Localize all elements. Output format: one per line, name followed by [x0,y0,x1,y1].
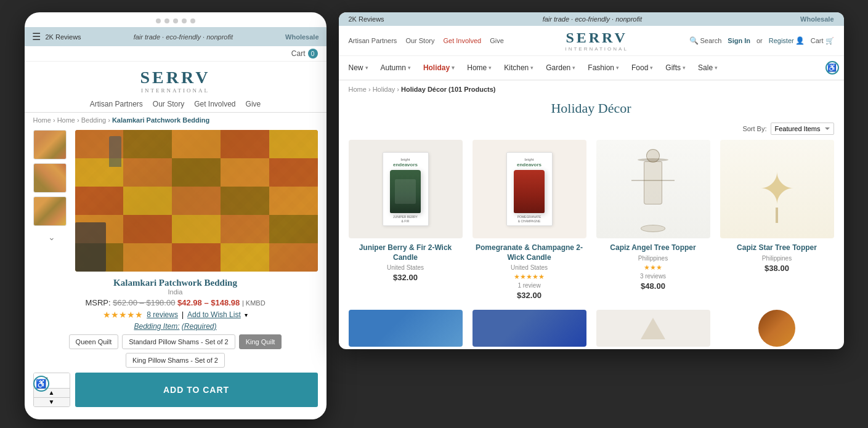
breadcrumb-home2[interactable]: Home [57,116,75,124]
product-stars-angel: ★★★ [596,264,710,272]
mobile-nav-artisan[interactable]: Artisan Partners [90,100,143,108]
product-title: Kalamkari Patchwork Bedding [33,278,318,288]
bottom-product-4[interactable] [758,310,795,347]
product-name-pomegranate: Pomegranate & Champagne 2-Wick Candle [473,243,586,262]
desktop-breadcrumb-home[interactable]: Home [349,86,367,93]
mobile-top-bar: ☰ 2K Reviews fair trade · eco-friendly ·… [25,27,327,46]
wishlist-link[interactable]: Add to Wish List [187,310,241,319]
desktop-accessibility-area: ♿ [821,61,834,75]
product-card-star[interactable]: ✦ Capiz Star Tree Topper Philippines $38… [720,140,834,300]
nav-kitchen[interactable]: Kitchen ▾ [504,61,533,75]
price-new: $42.98 – $148.98 [177,298,240,307]
thumbnail-2[interactable] [33,163,67,193]
msrp-label: MSRP: [85,298,110,307]
desktop-nav-give[interactable]: Give [490,37,504,44]
nav-sale[interactable]: Sale ▾ [698,61,718,75]
cart-link-desktop[interactable]: Cart 🛒 [811,37,834,45]
nav-holiday[interactable]: Holiday ▾ [423,61,455,75]
product-card-angel[interactable]: Capiz Angel Tree Topper Philippines ★★★ … [596,140,710,300]
desktop-actions: 🔍 Search Sign In or Register 👤 Cart 🛒 [689,36,834,45]
variant-buttons: Queen Quilt Standard Pillow Shams - Set … [25,334,327,368]
breadcrumb-bedding[interactable]: Bedding [81,116,106,124]
desktop-nav-story[interactable]: Our Story [405,37,434,44]
bottom-product-2[interactable] [473,310,586,347]
nav-fashion[interactable]: Fashion ▾ [588,61,619,75]
wishlist-arrow-icon: ▾ [245,312,248,318]
reviews-link[interactable]: 8 reviews [147,310,178,319]
bottom-product-4-wrapper [720,310,834,347]
bottom-product-3-shape [641,318,665,339]
mobile-nav-give[interactable]: Give [246,100,261,108]
mobile-logo: SERRV INTERNATIONAL [25,62,327,96]
mobile-nav-story[interactable]: Our Story [153,100,184,108]
sign-in-link[interactable]: Sign In [728,37,750,44]
product-card-pomegranate[interactable]: brightendeavors POMEGRANATE& CHAMPAGNE P… [473,140,586,300]
mobile-tagline: fair trade · eco-friendly · nonprofit [86,33,281,41]
add-to-cart-button[interactable]: ADD TO CART [75,373,318,407]
cart-link[interactable]: Cart 0 [291,49,318,59]
product-origin-star: Philippines [720,255,834,262]
nav-food[interactable]: Food ▾ [631,61,653,75]
product-origin-pomegranate: United States [473,264,586,271]
register-link[interactable]: Register 👤 [769,36,805,45]
thumbnail-3[interactable] [33,196,67,226]
mobile-cart-bar: Cart 0 [25,46,327,62]
desktop-nav-bar: Artisan Partners Our Story Get Involved … [339,26,844,56]
qty-down-button[interactable]: ▼ [34,398,70,406]
thumbnails-scroll-down[interactable]: ⌄ [33,232,70,242]
desktop-brand-sub: INTERNATIONAL [514,46,680,52]
product-price-pomegranate: $32.00 [473,291,586,300]
desktop-reviews-text: 2K Reviews [349,15,384,23]
product-name-star: Capiz Star Tree Topper [720,243,834,253]
nav-garden[interactable]: Garden ▾ [546,61,575,75]
menu-icon[interactable]: ☰ [32,31,41,42]
product-img-star: ✦ [720,140,834,238]
mobile-wholesale-link[interactable]: Wholesale [285,33,318,41]
mobile-reviews-text: 2K Reviews [46,33,81,41]
desktop-toolbar: Sort By: Featured Items Price Low-High P… [339,123,844,140]
search-icon: 🔍 [689,36,699,45]
variant-king-shams[interactable]: King Pillow Shams - Set of 2 [126,353,225,368]
breadcrumb-home1[interactable]: Home [33,116,51,124]
add-to-cart-row: ▲ ▼ ADD TO CART [25,373,327,407]
product-img-juniper: brightendeavors JUNIPER BERRY& FIR [349,140,463,238]
mobile-accessibility-btn[interactable]: ♿ [33,376,49,392]
product-stars-pomegranate: ★★★★★ [473,273,586,281]
mobile-product-area: ⌄ [25,127,327,272]
bedding-required-text[interactable]: (Required) [182,322,217,331]
desktop-accessibility-btn[interactable]: ♿ [825,61,839,75]
cart-label: Cart [291,49,306,58]
mobile-brand-sub: INTERNATIONAL [25,87,327,94]
variant-standard-shams[interactable]: Standard Pillow Shams - Set of 2 [122,334,235,349]
search-link[interactable]: 🔍 Search [689,36,721,45]
nav-new[interactable]: New ▾ [349,61,368,75]
sort-select[interactable]: Featured Items Price Low-High Price High… [771,123,834,135]
bottom-product-3[interactable] [596,310,710,347]
desktop-nav-artisan[interactable]: Artisan Partners [349,37,397,44]
nav-home[interactable]: Home ▾ [467,61,492,75]
product-card-juniper[interactable]: brightendeavors JUNIPER BERRY& FIR Junip… [349,140,463,300]
desktop-page-title: Holiday Décor [339,95,844,123]
bedding-item-label: Bedding Item: (Required) [25,322,327,331]
mobile-nav: Artisan Partners Our Story Get Involved … [25,96,327,113]
bottom-product-1[interactable] [349,310,463,347]
nav-home-chevron: ▾ [489,65,492,71]
mobile-thumbnails: ⌄ [33,130,70,272]
mobile-nav-involved[interactable]: Get Involved [194,100,235,108]
desktop-wholesale-link[interactable]: Wholesale [800,15,834,23]
mobile-screen: ☰ 2K Reviews fair trade · eco-friendly ·… [25,12,327,419]
desktop-nav-involved[interactable]: Get Involved [443,37,481,44]
desktop-breadcrumb-holiday[interactable]: Holiday [373,86,395,93]
thumbnail-1[interactable] [33,130,67,159]
desktop-logo-area: SERRV INTERNATIONAL [514,30,680,52]
nav-autumn[interactable]: Autumn ▾ [381,61,411,75]
product-stars: ★★★★★ [103,310,143,320]
variant-king-quilt[interactable]: King Quilt [239,334,282,349]
nav-garden-chevron: ▾ [572,65,575,71]
mobile-product-info: Kalamkari Patchwork Bedding India MSRP: … [25,272,327,320]
cart-icon-desktop: 🛒 [825,37,834,45]
desktop-breadcrumb: Home › Holiday › Holiday Décor (101 Prod… [339,81,844,95]
nav-gifts[interactable]: Gifts ▾ [665,61,686,75]
mobile-product-area-wrapper: ⌄ [25,127,327,272]
variant-queen-quilt[interactable]: Queen Quilt [69,334,119,349]
